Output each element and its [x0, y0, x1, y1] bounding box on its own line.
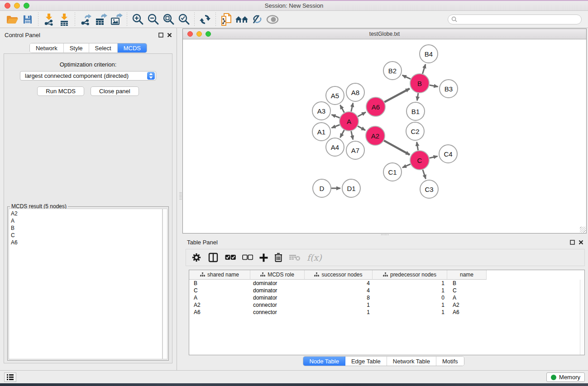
import-network-icon[interactable] — [41, 12, 57, 27]
edge-A-A5[interactable] — [340, 105, 344, 113]
tab-network-table[interactable]: Network Table — [387, 357, 436, 366]
table-scrollbar[interactable] — [580, 280, 584, 355]
network-graph[interactable]: B4B2BB3A8A5A6A3B1AA1C2A2A4A7C4CC1DD1C3 — [183, 39, 586, 233]
zoom-in-icon[interactable] — [130, 12, 145, 27]
zoom-out-icon[interactable] — [145, 12, 161, 27]
edge-C-C3[interactable] — [423, 170, 426, 179]
refresh-layout-icon[interactable] — [197, 12, 213, 27]
run-mcds-button[interactable]: Run MCDS — [37, 86, 84, 96]
unselect-all-icon[interactable] — [242, 254, 253, 261]
show-graphics-icon[interactable] — [265, 12, 280, 27]
criterion-select[interactable]: largest connected component (directed) — [20, 71, 156, 81]
edge-B-B1[interactable] — [417, 93, 418, 100]
table-row[interactable]: Cdominator41C — [189, 287, 584, 294]
node-C1[interactable]: C1 — [383, 163, 402, 181]
network-canvas[interactable]: B4B2BB3A8A5A6A3B1AA1C2A2A4A7C4CC1DD1C3 — [183, 39, 586, 233]
export-network-icon[interactable] — [78, 12, 93, 27]
result-item[interactable]: A6 — [11, 239, 160, 246]
node-B[interactable]: B — [410, 74, 429, 93]
table-row[interactable]: A6connector11A6 — [189, 309, 584, 316]
zoom-fit-icon[interactable] — [161, 12, 176, 27]
export-table-icon[interactable] — [93, 12, 109, 27]
tab-motifs[interactable]: Motifs — [436, 357, 464, 366]
edge-C-C1[interactable] — [402, 164, 411, 168]
tab-mcds[interactable]: MCDS — [118, 43, 147, 52]
node-B4[interactable]: B4 — [420, 45, 438, 63]
show-panels-button[interactable] — [4, 372, 16, 382]
import-table-icon[interactable] — [57, 12, 72, 27]
search-input[interactable] — [459, 16, 581, 23]
table-row[interactable]: Bdominator41B — [189, 280, 584, 287]
node-A4[interactable]: A4 — [326, 138, 344, 156]
close-panel-icon[interactable] — [578, 240, 583, 245]
save-session-icon[interactable] — [20, 12, 35, 27]
add-column-icon[interactable] — [259, 253, 268, 262]
result-item[interactable]: B — [11, 224, 160, 232]
edge-A-A3[interactable] — [331, 114, 339, 118]
edge-A-A7[interactable] — [351, 131, 353, 139]
column-browser-icon[interactable] — [208, 252, 219, 263]
open-file-icon[interactable] — [5, 12, 20, 27]
result-item[interactable]: A — [11, 217, 160, 224]
node-A2[interactable]: A2 — [366, 126, 385, 145]
edge-A-A8[interactable] — [351, 103, 353, 111]
delete-column-icon[interactable] — [274, 253, 282, 262]
edge-A-A1[interactable] — [331, 125, 339, 128]
float-panel-icon[interactable] — [158, 33, 163, 38]
select-all-icon[interactable] — [225, 254, 236, 261]
node-D[interactable]: D — [313, 179, 331, 197]
result-scrollbar[interactable] — [163, 209, 167, 359]
splitter-grip[interactable] — [179, 192, 182, 200]
node-D1[interactable]: D1 — [342, 179, 360, 197]
node-C4[interactable]: C4 — [439, 145, 457, 163]
node-C3[interactable]: C3 — [420, 180, 438, 198]
column-header-MCDS-role[interactable]: MCDS role — [250, 270, 305, 280]
tab-style[interactable]: Style — [64, 43, 89, 52]
column-header-successor-nodes[interactable]: successor nodes — [305, 270, 373, 280]
node-A3[interactable]: A3 — [312, 102, 330, 120]
edge-C-C2[interactable] — [417, 142, 418, 151]
tab-network[interactable]: Network — [30, 43, 64, 52]
edge-B-B4[interactable] — [422, 64, 425, 74]
node-B2[interactable]: B2 — [383, 62, 402, 80]
close-panel-button[interactable]: Close panel — [91, 86, 139, 96]
result-item[interactable]: C — [11, 232, 160, 239]
node-B1[interactable]: B1 — [406, 102, 425, 120]
export-image-icon[interactable] — [109, 12, 124, 27]
edge-B-B2[interactable] — [402, 75, 411, 79]
edge-A-A2[interactable] — [358, 126, 365, 130]
ndex-share-icon[interactable] — [219, 12, 234, 27]
window-resize-grip[interactable] — [580, 227, 586, 233]
node-A6[interactable]: A6 — [366, 97, 385, 116]
node-A7[interactable]: A7 — [346, 141, 364, 159]
edge-A-A6[interactable] — [358, 112, 366, 117]
float-panel-icon[interactable] — [570, 240, 575, 245]
table-options-icon[interactable] — [191, 253, 201, 262]
edge-C-C4[interactable] — [429, 156, 437, 158]
tab-node-table[interactable]: Node Table — [303, 357, 345, 366]
node-A[interactable]: A — [339, 112, 359, 131]
column-header-name[interactable]: name — [447, 270, 487, 280]
edge-B-B3[interactable] — [430, 85, 438, 87]
tab-select[interactable]: Select — [89, 43, 118, 52]
memory-button[interactable]: Memory — [546, 372, 585, 382]
tab-edge-table[interactable]: Edge Table — [345, 357, 387, 366]
column-header-predecessor-nodes[interactable]: predecessor nodes — [373, 270, 447, 280]
close-panel-icon[interactable] — [167, 33, 172, 38]
node-C2[interactable]: C2 — [406, 122, 424, 140]
mcds-result-list[interactable]: A2ABCA6 — [9, 209, 163, 359]
node-C[interactable]: C — [410, 151, 429, 170]
hide-details-icon[interactable] — [249, 12, 265, 27]
node-A5[interactable]: A5 — [326, 86, 344, 105]
zoom-selected-icon[interactable] — [176, 12, 191, 27]
node-B3[interactable]: B3 — [440, 80, 458, 98]
home-pages-icon[interactable] — [234, 12, 249, 27]
table-row[interactable]: Adominator80A — [189, 294, 584, 301]
edge-A2-C[interactable] — [384, 141, 410, 155]
node-A8[interactable]: A8 — [346, 83, 364, 101]
node-A1[interactable]: A1 — [312, 123, 330, 141]
edge-A6-B[interactable] — [384, 89, 410, 102]
table-row[interactable]: A2connector11A2 — [189, 301, 584, 309]
edge-A-A4[interactable] — [340, 130, 344, 138]
result-item[interactable]: A2 — [11, 210, 160, 217]
